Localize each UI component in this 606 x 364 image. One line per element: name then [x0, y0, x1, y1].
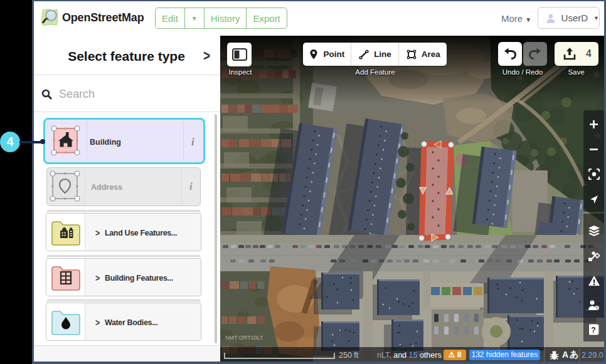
svg-text:?: ?: [591, 326, 595, 335]
svg-text:NMT ORT10LT: NMT ORT10LT: [225, 335, 263, 341]
